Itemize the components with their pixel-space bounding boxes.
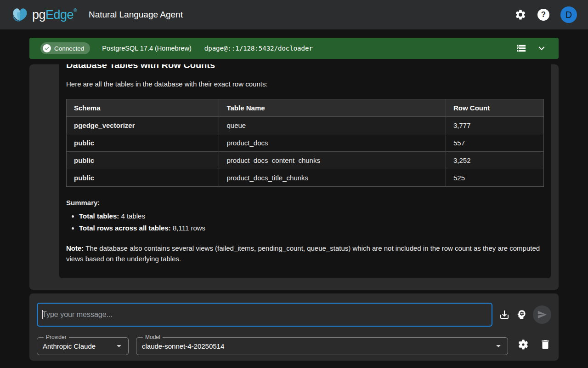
send-button[interactable] bbox=[533, 305, 551, 324]
model-label: Model bbox=[143, 334, 163, 340]
cell-schema: public bbox=[67, 134, 219, 152]
bullet-label: Total rows across all tables: bbox=[79, 224, 171, 232]
column-header-row-count: Row Count bbox=[446, 99, 543, 117]
column-header-table-name: Table Name bbox=[219, 99, 446, 117]
cell-schema: public bbox=[67, 152, 219, 169]
note-text: The database also contains several views… bbox=[66, 244, 540, 263]
row-counts-table: Schema Table Name Row Count pgedge_vecto… bbox=[66, 99, 544, 187]
text-caret bbox=[42, 310, 43, 319]
cell-table-name: product_docs bbox=[219, 134, 446, 152]
server-version-label: PostgreSQL 17.4 (Homebrew) bbox=[102, 45, 192, 52]
cell-schema: pgedge_vectorizer bbox=[67, 117, 219, 134]
settings-button[interactable] bbox=[514, 9, 526, 21]
provider-label: Provider bbox=[44, 334, 69, 340]
connection-string: dpage@::1/128:5432/docloader bbox=[204, 45, 313, 52]
assistant-message-card: Database Tables with Row Counts Here are… bbox=[59, 64, 551, 278]
send-icon bbox=[537, 310, 547, 320]
table-row: public product_docs 557 bbox=[67, 134, 544, 152]
cell-table-name: product_docs_content_chunks bbox=[219, 152, 446, 169]
chat-scroll-area[interactable]: Database Tables with Row Counts Here are… bbox=[29, 64, 559, 290]
composer-panel: Provider Anthropic Claude Model claude-s… bbox=[29, 293, 559, 361]
status-label: Connected bbox=[54, 45, 84, 52]
cell-row-count: 557 bbox=[446, 134, 543, 152]
provider-value: Anthropic Claude bbox=[43, 342, 96, 350]
app-header: pgEdge® Natural Language Agent ? D bbox=[0, 0, 588, 29]
model-select[interactable]: Model claude-sonnet-4-20250514 bbox=[136, 334, 508, 355]
table-header-row: Schema Table Name Row Count bbox=[67, 99, 544, 117]
summary-heading: Summary: bbox=[66, 199, 544, 207]
clear-chat-button[interactable] bbox=[539, 339, 551, 351]
page-title: Natural Language Agent bbox=[89, 10, 183, 20]
message-input-wrap bbox=[37, 303, 492, 327]
model-settings-button[interactable] bbox=[517, 339, 529, 351]
trash-icon bbox=[539, 339, 551, 351]
table-row: public product_docs_content_chunks 3,252 bbox=[67, 152, 544, 169]
brand-edge: Edge bbox=[45, 8, 74, 22]
help-icon: ? bbox=[537, 9, 549, 21]
model-value: claude-sonnet-4-20250514 bbox=[142, 342, 224, 350]
download-icon bbox=[499, 309, 510, 320]
list-item: Total rows across all tables: 8,111 rows bbox=[79, 224, 544, 232]
bullet-label: Total tables: bbox=[79, 212, 119, 220]
storage-icon bbox=[516, 43, 526, 53]
bullet-value: 8,111 rows bbox=[171, 224, 205, 232]
note-label: Note: bbox=[66, 244, 84, 252]
reasoning-toggle-button[interactable] bbox=[515, 309, 527, 321]
gear-icon bbox=[517, 339, 529, 351]
database-list-button[interactable] bbox=[516, 43, 526, 53]
note-paragraph: Note: The database also contains several… bbox=[66, 243, 544, 264]
pgedge-logo: pgEdge® bbox=[11, 6, 77, 23]
cell-row-count: 525 bbox=[446, 169, 543, 187]
connection-bar: Connected PostgreSQL 17.4 (Homebrew) dpa… bbox=[29, 38, 559, 59]
composer-input-row bbox=[37, 303, 551, 327]
composer-settings-row: Provider Anthropic Claude Model claude-s… bbox=[37, 334, 551, 355]
summary-list: Total tables: 4 tables Total rows across… bbox=[66, 212, 544, 232]
header-actions: ? D bbox=[514, 6, 577, 23]
status-badge: Connected bbox=[40, 42, 90, 54]
provider-select[interactable]: Provider Anthropic Claude bbox=[37, 334, 129, 355]
help-button[interactable]: ? bbox=[537, 9, 549, 21]
gear-icon bbox=[514, 9, 526, 21]
message-intro: Here are all the tables in the database … bbox=[66, 80, 544, 88]
dropdown-arrow-icon bbox=[113, 340, 124, 351]
dropdown-arrow-icon bbox=[493, 340, 504, 351]
connection-actions bbox=[516, 42, 548, 54]
download-chat-button[interactable] bbox=[499, 309, 510, 320]
chevron-down-icon bbox=[536, 42, 548, 54]
table-row: public product_docs_title_chunks 525 bbox=[67, 169, 544, 187]
brand-registered-mark: ® bbox=[74, 8, 77, 13]
psychology-icon bbox=[515, 309, 527, 321]
column-header-schema: Schema bbox=[67, 99, 219, 117]
cell-table-name: queue bbox=[219, 117, 446, 134]
pgedge-logo-icon bbox=[11, 6, 29, 23]
cell-table-name: product_docs_title_chunks bbox=[219, 169, 446, 187]
message-heading: Database Tables with Row Counts bbox=[66, 64, 544, 70]
cell-row-count: 3,777 bbox=[446, 117, 543, 134]
table-row: pgedge_vectorizer queue 3,777 bbox=[67, 117, 544, 134]
cell-row-count: 3,252 bbox=[446, 152, 543, 169]
brand-text: pgEdge® bbox=[32, 8, 77, 22]
list-item: Total tables: 4 tables bbox=[79, 212, 544, 220]
check-circle-icon bbox=[43, 44, 51, 52]
avatar[interactable]: D bbox=[560, 6, 577, 23]
brand-pg: pg bbox=[32, 8, 45, 22]
message-input[interactable] bbox=[37, 303, 492, 327]
cell-schema: public bbox=[67, 169, 219, 187]
collapse-connection-button[interactable] bbox=[536, 42, 548, 54]
bullet-value: 4 tables bbox=[119, 212, 145, 220]
